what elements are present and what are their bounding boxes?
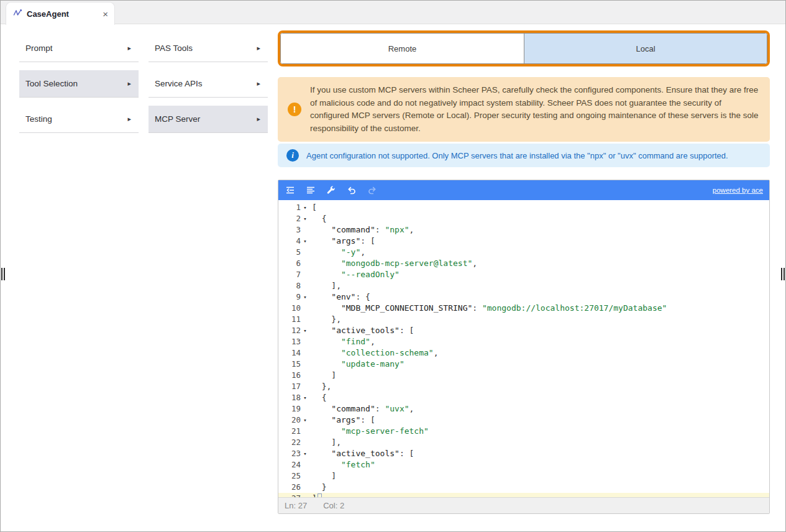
code-line-text: "command": "uvx",	[309, 403, 414, 415]
fold-spacer	[301, 247, 309, 258]
fold-spacer	[301, 470, 309, 482]
code-line-16[interactable]: 16 ]	[278, 370, 769, 381]
chevron-right-icon: ▸	[127, 44, 131, 52]
code-line-17[interactable]: 17 },	[278, 381, 769, 392]
gutter-cell: 1▾	[278, 202, 309, 213]
gutter-cell: 11	[278, 314, 309, 325]
nav-item-mcp-server[interactable]: MCP Server▸	[149, 106, 268, 133]
editor-status-bar: Ln: 27 Col: 2	[278, 497, 769, 513]
gutter-cell: 25	[278, 470, 309, 482]
code-line-2[interactable]: 2▾ {	[278, 213, 769, 224]
code-line-27[interactable]: 27]	[278, 493, 769, 497]
gutter-cell: 21	[278, 426, 309, 437]
outdent-icon[interactable]	[285, 185, 296, 196]
code-line-21[interactable]: 21 "mcp-server-fetch"	[278, 426, 769, 437]
nav-column-secondary: PAS Tools▸Service APIs▸MCP Server▸	[149, 35, 268, 141]
code-line-text: "update-many"	[309, 359, 404, 370]
chevron-right-icon: ▸	[257, 115, 260, 123]
code-line-19[interactable]: 19 "command": "uvx",	[278, 403, 769, 415]
nav-item-service-apis[interactable]: Service APIs▸	[149, 70, 268, 98]
nav-item-testing[interactable]: Testing▸	[19, 106, 139, 133]
gutter-cell: 13	[278, 336, 309, 347]
code-line-text: "env": {	[309, 291, 370, 303]
code-line-10[interactable]: 10 "MDB_MCP_CONNECTION_STRING": "mongodb…	[278, 303, 769, 314]
fold-arrow-icon[interactable]: ▾	[301, 325, 309, 336]
beautify-wrench-icon[interactable]	[326, 185, 337, 196]
warning-alert: ! If you use custom MCP servers within S…	[278, 77, 770, 142]
fold-spacer	[301, 314, 309, 325]
code-line-5[interactable]: 5 "-y",	[278, 247, 769, 258]
gutter-cell: 3	[278, 224, 309, 236]
toggle-option-remote[interactable]: Remote	[281, 34, 524, 63]
code-line-1[interactable]: 1▾[	[278, 202, 769, 213]
code-line-24[interactable]: 24 "fetch"	[278, 459, 769, 470]
code-line-text: "find",	[309, 336, 375, 347]
nav-item-tool-selection[interactable]: Tool Selection▸	[19, 70, 139, 98]
code-line-6[interactable]: 6 "mongodb-mcp-server@latest",	[278, 258, 769, 269]
fold-spacer	[301, 280, 309, 291]
json-editor: powered by ace 1▾[2▾ {3 "command": "npx"…	[278, 180, 770, 514]
nav-item-label: Testing	[25, 114, 52, 124]
fold-arrow-icon[interactable]: ▾	[301, 392, 309, 403]
nav-item-prompt[interactable]: Prompt▸	[19, 35, 139, 62]
code-line-text: },	[309, 381, 331, 392]
status-column: Col: 2	[323, 501, 344, 510]
chevron-right-icon: ▸	[127, 115, 131, 123]
gutter-cell: 16	[278, 370, 309, 381]
gutter-cell: 10	[278, 303, 309, 314]
code-line-8[interactable]: 8 ],	[278, 280, 769, 291]
code-line-15[interactable]: 15 "update-many"	[278, 359, 769, 370]
code-line-text: "args": [	[309, 415, 375, 426]
tab-caseagent[interactable]: CaseAgent ×	[6, 2, 115, 25]
code-line-3[interactable]: 3 "command": "npx",	[278, 224, 769, 236]
right-resize-handle[interactable]	[781, 268, 785, 280]
code-line-13[interactable]: 13 "find",	[278, 336, 769, 347]
editor-toolbar: powered by ace	[278, 180, 769, 200]
nav-item-label: PAS Tools	[155, 44, 193, 53]
code-line-23[interactable]: 23▾ "active_tools": [	[278, 448, 769, 459]
code-line-7[interactable]: 7 "--readOnly"	[278, 269, 769, 280]
code-line-text: ]	[309, 370, 336, 381]
gutter-cell: 9▾	[278, 291, 309, 303]
fold-arrow-icon[interactable]: ▾	[301, 415, 309, 426]
code-line-18[interactable]: 18▾ {	[278, 392, 769, 403]
powered-by-ace-link[interactable]: powered by ace	[713, 186, 763, 194]
code-line-4[interactable]: 4▾ "args": [	[278, 236, 769, 247]
code-line-26[interactable]: 26 }	[278, 482, 769, 493]
code-line-9[interactable]: 9▾ "env": {	[278, 291, 769, 303]
fold-spacer	[301, 347, 309, 359]
toggle-option-local[interactable]: Local	[524, 34, 767, 63]
close-icon[interactable]: ×	[103, 9, 108, 19]
code-area[interactable]: 1▾[2▾ {3 "command": "npx",4▾ "args": [5 …	[278, 200, 769, 497]
main-panel: RemoteLocal ! If you use custom MCP serv…	[278, 30, 770, 66]
undo-icon[interactable]	[346, 185, 357, 196]
fold-spacer	[301, 370, 309, 381]
code-line-11[interactable]: 11 },	[278, 314, 769, 325]
caseagent-window: CaseAgent × Prompt▸Tool Selection▸Testin…	[0, 0, 786, 532]
info-text: Agent configuration not supported. Only …	[306, 151, 728, 160]
fold-arrow-icon[interactable]: ▾	[301, 213, 309, 224]
warning-text: If you use custom MCP servers within Sch…	[310, 84, 760, 135]
nav-item-pas-tools[interactable]: PAS Tools▸	[149, 35, 268, 62]
format-align-icon[interactable]	[305, 185, 316, 196]
fold-arrow-icon[interactable]: ▾	[301, 448, 309, 459]
code-line-12[interactable]: 12▾ "active_tools": [	[278, 325, 769, 336]
warning-icon: !	[288, 103, 301, 116]
code-line-22[interactable]: 22 ],	[278, 437, 769, 448]
left-resize-handle[interactable]	[1, 268, 5, 280]
gutter-cell: 24	[278, 459, 309, 470]
fold-spacer	[301, 269, 309, 280]
gutter-cell: 20▾	[278, 415, 309, 426]
nav-item-label: Tool Selection	[25, 79, 78, 88]
tab-bar: CaseAgent ×	[1, 1, 785, 24]
code-line-text: {	[309, 213, 326, 224]
code-line-25[interactable]: 25 ]	[278, 470, 769, 482]
code-line-20[interactable]: 20▾ "args": [	[278, 415, 769, 426]
fold-arrow-icon[interactable]: ▾	[301, 236, 309, 247]
chevron-right-icon: ▸	[127, 80, 131, 88]
code-line-14[interactable]: 14 "collection-schema",	[278, 347, 769, 359]
fold-arrow-icon[interactable]: ▾	[301, 202, 309, 213]
fold-spacer	[301, 359, 309, 370]
gutter-cell: 19	[278, 403, 309, 415]
fold-arrow-icon[interactable]: ▾	[301, 291, 309, 303]
